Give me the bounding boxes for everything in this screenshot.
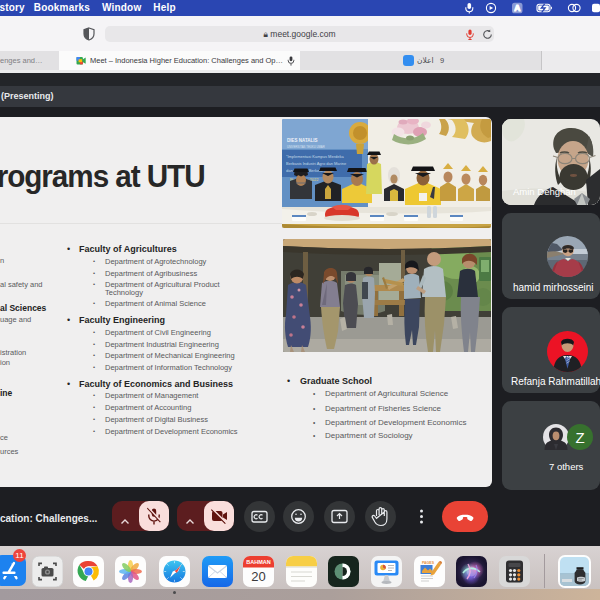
svg-text:UNIVERSITAS TEUKU UMAR: UNIVERSITAS TEUKU UMAR	[287, 145, 325, 149]
svg-text:Z: Z	[575, 429, 584, 446]
svg-text:BAHMAN: BAHMAN	[246, 559, 270, 565]
svg-text:Berbasis Industri Agro dan Mar: Berbasis Industri Agro dan Marine	[286, 161, 347, 166]
svg-text:DIES NATALIS: DIES NATALIS	[287, 138, 318, 143]
svg-text:A: A	[514, 3, 520, 13]
svg-text:PAGES: PAGES	[422, 561, 435, 565]
svg-text:"Implementasi Kampus Merdeka: "Implementasi Kampus Merdeka	[286, 154, 344, 159]
svg-text:20: 20	[251, 569, 265, 584]
